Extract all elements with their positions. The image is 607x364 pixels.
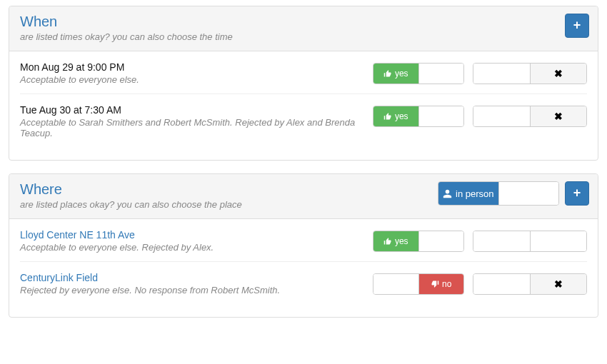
place-option-status: Rejected by everyone else. No response f… [20,285,364,295]
yes-alt-button[interactable] [419,231,464,251]
when-list: Mon Aug 29 at 9:00 PM Acceptable to ever… [9,51,598,160]
reject-button[interactable]: ✖ [531,274,587,294]
time-option-status: Acceptable to Sarah Smithers and Robert … [20,117,364,138]
place-option-status: Acceptable to everyone else. Rejected by… [20,242,364,253]
accept-button-group: yes [373,63,464,84]
where-panel-heading: Where are listed places okay? you can al… [9,174,598,219]
reject-alt-button[interactable] [473,274,531,294]
yes-button[interactable]: yes [373,106,419,126]
accept-button-group: yes [373,231,464,252]
place-option-row: Lloyd Center NE 11th Ave Acceptable to e… [20,219,587,261]
yes-label: yes [395,111,408,121]
yes-button[interactable]: yes [373,231,419,251]
thumbs-up-icon [383,69,392,78]
user-icon [443,189,452,198]
plus-icon: + [573,184,581,202]
when-subtitle: are listed times okay? you can also choo… [20,31,587,42]
time-option-row: Tue Aug 30 at 7:30 AM Acceptable to Sara… [20,93,587,147]
thumbs-down-icon [431,280,439,288]
yes-label: yes [395,69,408,79]
no-label: no [442,279,451,289]
yes-label: yes [395,236,408,246]
check-icon [482,237,491,246]
in-person-button-group: in person [438,181,559,206]
place-option-row: CenturyLink Field Rejected by everyone e… [20,261,587,304]
yes-alt-button[interactable] [419,64,464,84]
reject-button[interactable]: ✖ [531,64,587,84]
when-panel: When are listed times okay? you can also… [9,6,598,161]
place-option-title[interactable]: Lloyd Center NE 11th Ave [20,229,364,241]
reject-no-button-group: no [373,273,464,295]
choose-alt-button[interactable] [531,231,587,251]
choose-button-group: choose [473,231,587,252]
accept-button-group: yes [373,106,464,127]
reject-button-group: ✖ [473,273,587,295]
plus-icon: + [573,16,581,34]
choose-button[interactable]: choose [473,231,531,251]
yes-alt-button[interactable] [419,106,464,126]
where-list: Lloyd Center NE 11th Ave Acceptable to e… [9,219,598,317]
add-time-button[interactable]: + [565,14,589,38]
no-alt-button[interactable] [373,274,419,294]
time-option-status: Acceptable to everyone else. [20,74,364,85]
where-panel: Where are listed places okay? you can al… [9,173,598,318]
in-person-label: in person [456,188,493,199]
time-option-row: Mon Aug 29 at 9:00 PM Acceptable to ever… [20,51,587,93]
when-title: When [20,14,587,30]
thumbs-up-icon [383,112,392,121]
when-panel-heading: When are listed times okay? you can also… [9,6,598,51]
close-icon: ✖ [554,111,563,122]
close-icon: ✖ [554,68,563,79]
reject-alt-button[interactable] [473,64,531,84]
no-button[interactable]: no [419,274,464,294]
reject-alt-button[interactable] [473,106,531,126]
in-person-alt-button[interactable] [499,182,559,205]
thumbs-up-icon [383,237,392,246]
place-option-title[interactable]: CenturyLink Field [20,272,364,283]
add-place-button[interactable]: + [565,181,589,206]
time-option-title: Tue Aug 30 at 7:30 AM [20,104,364,116]
yes-button[interactable]: yes [373,64,419,84]
time-option-title: Mon Aug 29 at 9:00 PM [20,61,364,73]
choose-label: choose [493,236,521,246]
reject-button[interactable]: ✖ [531,106,587,126]
in-person-button[interactable]: in person [438,182,499,205]
reject-button-group: ✖ [473,106,587,127]
reject-button-group: ✖ [473,63,587,84]
close-icon: ✖ [554,278,563,290]
